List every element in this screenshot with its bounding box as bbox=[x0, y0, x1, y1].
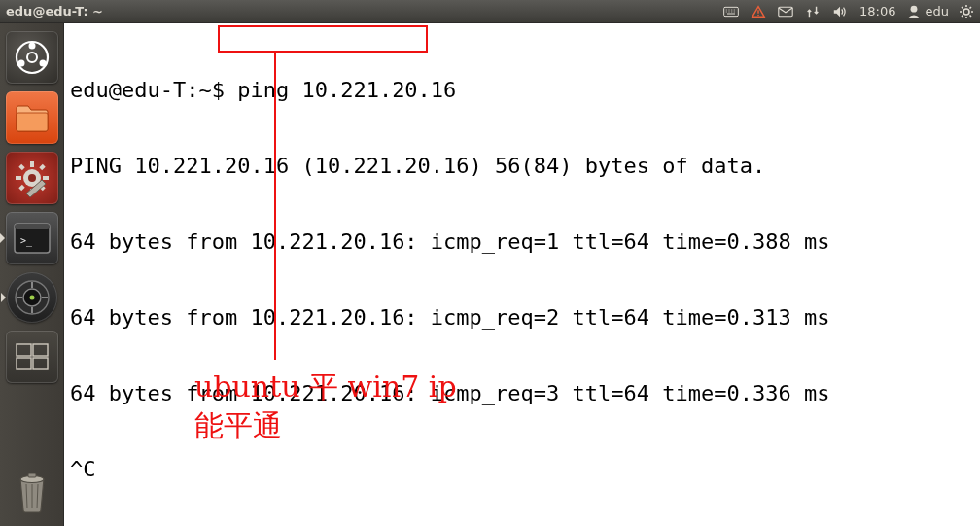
svg-rect-51 bbox=[17, 358, 31, 369]
svg-text:>_: >_ bbox=[20, 235, 33, 247]
svg-point-27 bbox=[27, 53, 37, 62]
launcher-terminal[interactable]: >_ bbox=[6, 212, 58, 264]
mail-indicator-icon[interactable] bbox=[778, 4, 793, 19]
launcher: >_ bbox=[0, 23, 64, 526]
keyboard-indicator-icon[interactable] bbox=[723, 4, 739, 19]
warning-indicator-icon[interactable] bbox=[751, 4, 766, 19]
svg-rect-28 bbox=[17, 113, 48, 131]
terminal-line: ^C bbox=[70, 457, 974, 482]
clock-indicator[interactable]: 18:06 bbox=[859, 4, 895, 18]
svg-rect-12 bbox=[779, 7, 792, 17]
window-title: edu@edu-T: ~ bbox=[6, 4, 103, 18]
svg-rect-50 bbox=[33, 344, 48, 356]
svg-point-38 bbox=[28, 174, 36, 182]
launcher-files[interactable] bbox=[6, 91, 58, 144]
svg-rect-49 bbox=[17, 344, 31, 356]
svg-point-14 bbox=[963, 9, 969, 15]
svg-rect-34 bbox=[18, 164, 24, 170]
svg-line-21 bbox=[962, 15, 963, 17]
sound-indicator-icon[interactable] bbox=[832, 4, 848, 19]
svg-rect-52 bbox=[33, 358, 48, 369]
svg-point-25 bbox=[18, 60, 24, 67]
svg-rect-57 bbox=[28, 473, 36, 477]
svg-point-11 bbox=[757, 14, 759, 16]
svg-rect-32 bbox=[16, 176, 21, 180]
launcher-vault[interactable] bbox=[7, 272, 57, 323]
launcher-dash[interactable] bbox=[6, 31, 58, 84]
svg-line-20 bbox=[970, 15, 972, 17]
terminal-line: 64 bytes from 10.221.20.16: icmp_req=2 t… bbox=[70, 305, 974, 331]
terminal-line: 64 bytes from 10.221.20.16: icmp_req=3 t… bbox=[70, 381, 974, 406]
top-panel: edu@edu-T: ~ 18:06 edu bbox=[0, 0, 980, 23]
svg-point-44 bbox=[29, 296, 34, 300]
network-indicator-icon[interactable] bbox=[805, 4, 821, 19]
launcher-settings[interactable] bbox=[6, 152, 58, 204]
launcher-workspace[interactable] bbox=[6, 331, 58, 383]
terminal-line: edu@edu-T:~$ ping 10.221.20.16 bbox=[70, 78, 974, 103]
svg-point-24 bbox=[28, 43, 35, 50]
command: ping 10.221.20.16 bbox=[237, 78, 456, 102]
svg-rect-37 bbox=[18, 185, 24, 191]
svg-rect-40 bbox=[15, 224, 50, 229]
session-indicator-icon[interactable] bbox=[959, 4, 974, 19]
svg-line-19 bbox=[962, 7, 963, 9]
svg-rect-36 bbox=[39, 164, 45, 170]
svg-point-26 bbox=[39, 60, 46, 67]
terminal-line: PING 10.221.20.16 (10.221.20.16) 56(84) … bbox=[70, 154, 974, 179]
terminal[interactable]: edu@edu-T:~$ ping 10.221.20.16 PING 10.2… bbox=[64, 23, 980, 526]
launcher-trash[interactable] bbox=[9, 466, 55, 516]
user-indicator[interactable]: edu bbox=[906, 4, 950, 19]
svg-rect-33 bbox=[43, 176, 49, 180]
prompt: edu@edu-T:~$ bbox=[70, 78, 237, 102]
user-name: edu bbox=[926, 4, 950, 18]
terminal-line: 64 bytes from 10.221.20.16: icmp_req=1 t… bbox=[70, 229, 974, 255]
svg-rect-30 bbox=[30, 161, 34, 167]
svg-line-22 bbox=[970, 7, 972, 9]
svg-point-13 bbox=[910, 5, 917, 12]
